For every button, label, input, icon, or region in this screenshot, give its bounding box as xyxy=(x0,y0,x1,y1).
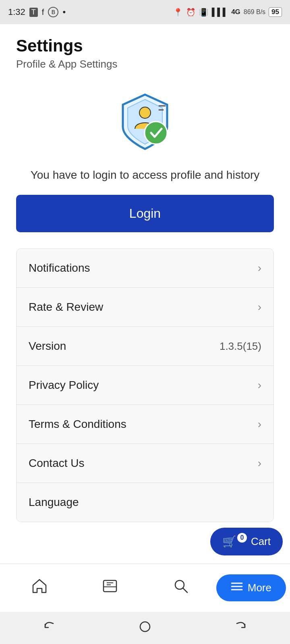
profile-shield-icon xyxy=(115,91,175,151)
settings-list: Notifications › Rate & Review › Version … xyxy=(16,248,274,522)
cart-label: Cart xyxy=(251,535,271,548)
clock-icon: ⏰ xyxy=(186,8,196,17)
signal-icon: ▌▌▌ xyxy=(212,8,228,17)
svg-line-9 xyxy=(183,588,187,592)
rate-review-label: Rate & Review xyxy=(29,301,103,314)
status-icon-t: T xyxy=(29,8,38,17)
login-button[interactable]: Login xyxy=(16,195,274,232)
version-value: 1.3.5(15) xyxy=(220,340,261,353)
more-lines-icon xyxy=(231,582,243,594)
language-label: Language xyxy=(29,496,79,509)
status-bar: 1:32 T f B • 📍 ⏰ 📳 ▌▌▌ 4G 869 B/s 95 xyxy=(0,0,290,24)
4g-icon: 4G xyxy=(231,8,240,16)
settings-item-rate-review[interactable]: Rate & Review › xyxy=(17,288,273,327)
vibrate-icon: 📳 xyxy=(199,8,209,17)
privacy-chevron: › xyxy=(258,379,261,392)
settings-item-language[interactable]: Language xyxy=(17,483,273,522)
back-button[interactable] xyxy=(41,619,56,637)
search-icon xyxy=(172,577,190,599)
svg-point-13 xyxy=(140,622,150,632)
inbox-icon xyxy=(101,577,119,599)
status-icon-fb: f xyxy=(42,8,44,17)
cart-icon: 🛒 xyxy=(222,535,236,548)
main-content: Settings Profile & App Settings You have… xyxy=(0,24,290,580)
more-label: More xyxy=(248,582,271,594)
page-title: Settings xyxy=(16,36,274,56)
home-system-button[interactable] xyxy=(138,619,152,637)
speed-indicator: 869 B/s xyxy=(244,8,265,16)
notifications-chevron: › xyxy=(258,262,261,275)
bottom-nav: More xyxy=(0,564,290,612)
profile-icon-area xyxy=(16,91,274,151)
more-button[interactable]: More xyxy=(216,574,286,601)
terms-label: Terms & Conditions xyxy=(29,418,126,431)
svg-rect-4 xyxy=(104,580,116,592)
settings-item-terms[interactable]: Terms & Conditions › xyxy=(17,405,273,444)
svg-point-3 xyxy=(145,122,167,144)
settings-item-notifications[interactable]: Notifications › xyxy=(17,249,273,288)
page-subtitle: Profile & App Settings xyxy=(16,58,274,70)
settings-item-privacy[interactable]: Privacy Policy › xyxy=(17,366,273,405)
privacy-label: Privacy Policy xyxy=(29,379,99,392)
terms-chevron: › xyxy=(258,418,261,431)
contact-chevron: › xyxy=(258,457,261,470)
settings-item-contact[interactable]: Contact Us › xyxy=(17,444,273,483)
status-time: 1:32 xyxy=(8,7,25,17)
location-icon: 📍 xyxy=(173,8,183,17)
status-left: 1:32 T f B • xyxy=(8,7,66,17)
nav-item-inbox[interactable] xyxy=(75,577,146,599)
status-dot: • xyxy=(62,7,66,17)
status-icon-b: B xyxy=(48,7,58,17)
settings-item-version: Version 1.3.5(15) xyxy=(17,327,273,366)
rate-review-chevron: › xyxy=(258,301,261,314)
login-prompt-text: You have to login to access profile and … xyxy=(16,167,274,183)
status-right: 📍 ⏰ 📳 ▌▌▌ 4G 869 B/s 95 xyxy=(173,7,282,17)
cart-float-button[interactable]: 🛒 0 Cart xyxy=(210,528,283,555)
nav-item-search[interactable] xyxy=(145,577,216,599)
version-label: Version xyxy=(29,340,66,353)
recent-button[interactable] xyxy=(234,619,249,637)
contact-label: Contact Us xyxy=(29,457,85,470)
cart-badge: 0 xyxy=(237,533,247,543)
notifications-label: Notifications xyxy=(29,262,90,275)
nav-item-home[interactable] xyxy=(4,577,75,599)
home-icon xyxy=(31,577,48,599)
svg-point-0 xyxy=(139,107,151,118)
system-nav xyxy=(0,612,290,644)
battery-indicator: 95 xyxy=(269,7,282,17)
